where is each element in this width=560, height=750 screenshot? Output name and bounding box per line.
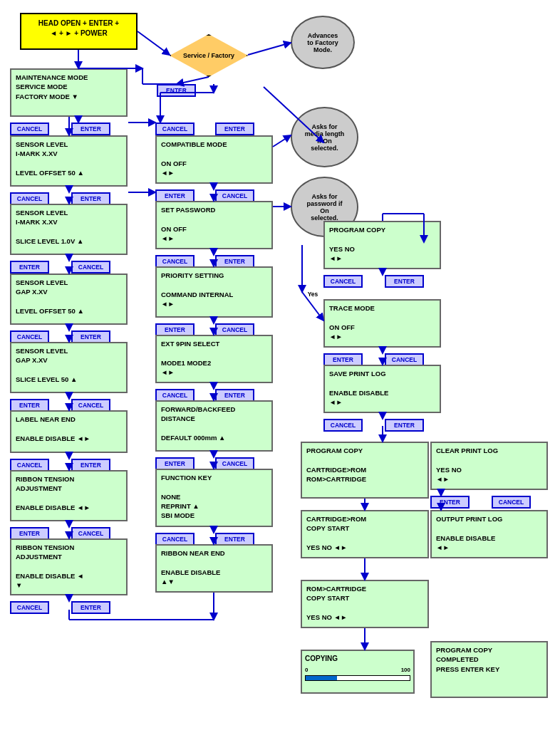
set-password-label: SET PASSWORD ON OFF ◄► [161,206,215,242]
program-copy-completed-label: PROGRAM COPY COMPLETED PRESS ENTER KEY [436,646,499,673]
rom-cartridge-box: ROM>CARTRIDGE COPY START YES NO ◄► [301,580,429,628]
priority-setting-box: PRIORITY SETTING COMMAND INTERNAL ◄► [155,266,273,318]
ribbon-tension2-label: RIBBON TENSION ADJUSTMENT ENABLE DISABLE… [16,543,83,589]
enter-btn-top[interactable]: ENTER [157,84,196,97]
forward-backfeed-label: FORWARD/BACKFEED DISTANCE DEFAULT 000mm … [161,405,235,442]
copying-progress-fill [306,676,337,680]
cancel-btn-r4[interactable]: CANCEL [492,496,531,509]
ribbon-tension1-label: RIBBON TENSION ADJUSTMENT ENABLE DISABLE… [16,475,90,511]
enter-btn-r4[interactable]: ENTER [430,496,470,509]
head-open-label: HEAD OPEN + ENTER + ◄ + ► + POWER [38,19,119,37]
svg-line-2 [177,77,209,84]
ribbon-tension1-box: RIBBON TENSION ADJUSTMENT ENABLE DISABLE… [10,470,128,521]
cartridge-rom-label: CARTRIDGE>ROM COPY START YES NO ◄► [306,515,366,551]
trace-mode-label: TRACE MODE ON OFF ◄► [329,304,375,340]
program-copy-cart-box: PROGRAM COPY CARTRIDGE>ROM ROM>CARTRIDGE [301,442,429,499]
program-copy1-label: PROGRAM COPY YES NO ◄► [329,226,385,262]
cartridge-rom-box: CARTRIDGE>ROM COPY START YES NO ◄► [301,510,429,558]
asks-password-label: Asks for password if On selected. [306,193,342,222]
cancel-btn-3[interactable]: CANCEL [71,261,110,274]
program-copy-completed-box: PROGRAM COPY COMPLETED PRESS ENTER KEY [430,641,548,698]
trace-mode-box: TRACE MODE ON OFF ◄► [323,299,441,348]
sensor-level1-box: SENSOR LEVEL I-MARK X.XV LEVEL OFFSET 50… [10,135,128,187]
enter-btn-8[interactable]: ENTER [71,601,110,614]
cancel-btn-m1[interactable]: CANCEL [155,123,195,135]
service-factory-label: Service / Factory [183,52,234,59]
forward-backfeed-box: FORWARD/BACKFEED DISTANCE DEFAULT 000mm … [155,400,273,452]
sensor-level3-box: SENSOR LEVEL GAP X.XV LEVEL OFFSET 50 ▲ [10,274,128,325]
save-print-log-label: SAVE PRINT LOG ENABLE DISABLE ◄► [329,370,388,406]
advances-factory-oval: Advances to Factory Mode. [291,16,355,69]
output-print-log-label: OUTPUT PRINT LOG ENABLE DISABLE ◄► [436,515,502,551]
save-print-log-box: SAVE PRINT LOG ENABLE DISABLE ◄► [323,365,441,413]
set-password-box: SET PASSWORD ON OFF ◄► [155,201,273,249]
function-key-box: FUNCTION KEY NONE REPRINT ▲ SBI MODE [155,469,273,527]
asks-media-oval: Asks for media length if On selected. [291,107,358,167]
svg-line-0 [138,31,170,55]
service-factory-diamond: Service / Factory [170,34,248,77]
compatible-mode-label: COMPATIBLE MODE ON OFF ◄► [161,140,227,177]
priority-setting-label: PRIORITY SETTING COMMAND INTERNAL ◄► [161,271,233,308]
enter-btn-r3[interactable]: ENTER [385,419,424,432]
clear-print-log-box: CLEAR PRINT LOG YES NO ◄► [430,442,548,490]
function-key-label: FUNCTION KEY NONE REPRINT ▲ SBI MODE [161,474,212,519]
copying-progress-bar [305,675,410,681]
svg-line-34 [273,135,291,147]
program-copy1-box: PROGRAM COPY YES NO ◄► [323,221,441,269]
ext-9pin-label: EXT 9PIN SELECT MODE1 MODE2 ◄► [161,340,219,376]
maintenance-mode-box: MAINTENANCE MODE SERVICE MODE FACTORY MO… [10,68,128,117]
clear-print-log-label: CLEAR PRINT LOG YES NO ◄► [436,447,498,483]
ribbon-near-end-box: RIBBON NEAR END ENABLE DISABLE ▲▼ [155,544,273,593]
label-near-end-label: LABEL NEAR END ENABLE DISABLE ◄► [16,415,90,442]
label-near-end-box: LABEL NEAR END ENABLE DISABLE ◄► [10,410,128,453]
flowchart: HEAD OPEN + ENTER + ◄ + ► + POWER Servic… [0,0,560,750]
copying-box: COPYING 0100 [301,650,415,694]
sensor-level4-box: SENSOR LEVEL GAP X.XV SLICE LEVEL 50 ▲ [10,342,128,393]
cancel-btn-8[interactable]: CANCEL [10,601,49,614]
enter-btn-m1[interactable]: ENTER [215,123,254,135]
enter-btn-1[interactable]: ENTER [71,123,110,135]
sensor-level4-label: SENSOR LEVEL GAP X.XV SLICE LEVEL 50 ▲ [16,347,77,383]
svg-line-1 [248,43,291,55]
cancel-btn-r3[interactable]: CANCEL [323,419,363,432]
sensor-level1-label: SENSOR LEVEL I-MARK X.XV LEVEL OFFSET 50… [16,140,84,177]
enter-btn-r1[interactable]: ENTER [385,275,424,288]
ribbon-tension2-box: RIBBON TENSION ADJUSTMENT ENABLE DISABLE… [10,538,128,595]
compatible-mode-box: COMPATIBLE MODE ON OFF ◄► [155,135,273,184]
output-print-log-box: OUTPUT PRINT LOG ENABLE DISABLE ◄► [430,510,548,558]
head-open-box: HEAD OPEN + ENTER + ◄ + ► + POWER [20,13,138,50]
yes-label: Yes [302,289,323,299]
sensor-level2-label: SENSOR LEVEL I-MARK X.XV SLICE LEVEL 1.0… [16,209,83,245]
sensor-level3-label: SENSOR LEVEL GAP X.XV LEVEL OFFSET 50 ▲ [16,278,84,315]
maintenance-mode-label: MAINTENANCE MODE SERVICE MODE FACTORY MO… [16,73,88,100]
asks-media-label: Asks for media length if On selected. [305,123,345,152]
cancel-btn-1[interactable]: CANCEL [10,123,49,135]
ribbon-near-end-label: RIBBON NEAR END ENABLE DISABLE ▲▼ [161,549,225,585]
rom-cartridge-label: ROM>CARTRIDGE COPY START YES NO ◄► [306,585,366,621]
ext-9pin-box: EXT 9PIN SELECT MODE1 MODE2 ◄► [155,335,273,383]
cancel-btn-r1[interactable]: CANCEL [323,275,363,288]
copying-label: COPYING [305,654,410,664]
enter-btn-3[interactable]: ENTER [10,261,49,274]
advances-factory-label: Advances to Factory Mode. [307,32,338,53]
sensor-level2-box: SENSOR LEVEL I-MARK X.XV SLICE LEVEL 1.0… [10,204,128,255]
program-copy-cart-label: PROGRAM COPY CARTRIDGE>ROM ROM>CARTRIDGE [306,447,366,483]
